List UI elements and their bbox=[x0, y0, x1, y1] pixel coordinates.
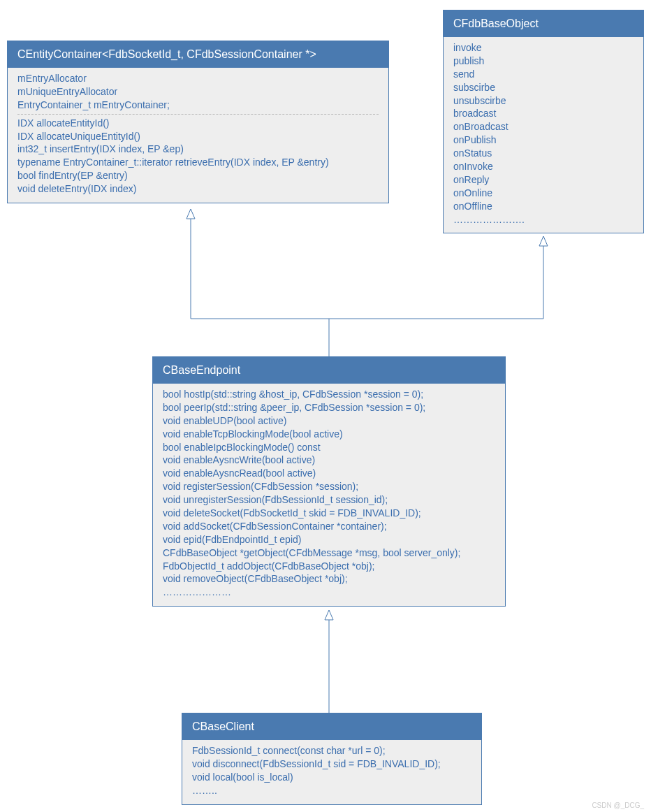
op-line: bool enableIpcBlockingMode() const bbox=[163, 441, 495, 454]
op-line: publish bbox=[453, 55, 634, 68]
op-line: invoke bbox=[453, 41, 634, 55]
op-line: CFdbBaseObject *getObject(CFdbMessage *m… bbox=[163, 546, 495, 560]
op-line: void local(bool is_local) bbox=[192, 771, 471, 784]
op-line: void unregisterSession(FdbSessionId_t se… bbox=[163, 493, 495, 507]
watermark: CSDN @_DCG_ bbox=[592, 802, 644, 809]
op-line: broadcast bbox=[453, 107, 634, 120]
op-line: subscirbe bbox=[453, 81, 634, 94]
op-line: bool peerIp(std::string &peer_ip, CFdbSe… bbox=[163, 401, 495, 414]
class-centitycontainer: CEntityContainer<FdbSocketId_t, CFdbSess… bbox=[7, 41, 389, 203]
op-line: …….. bbox=[192, 784, 471, 797]
attr-line: mEntryAllocator bbox=[17, 72, 379, 85]
op-line: FdbSessionId_t connect(const char *url =… bbox=[192, 744, 471, 757]
class-title: CFdbBaseObject bbox=[444, 10, 643, 37]
op-line: int32_t insertEntry(IDX index, EP &ep) bbox=[17, 143, 379, 156]
class-cbaseclient: CBaseClient FdbSessionId_t connect(const… bbox=[182, 713, 482, 805]
op-line: typename EntryContainer_t::iterator retr… bbox=[17, 156, 379, 169]
class-title: CEntityContainer<FdbSocketId_t, CFdbSess… bbox=[8, 41, 388, 68]
op-line: void enableTcpBlockingMode(bool active) bbox=[163, 428, 495, 441]
class-cfdbbaseobject: CFdbBaseObject invoke publish send subsc… bbox=[443, 10, 644, 233]
op-line: onOffline bbox=[453, 200, 634, 213]
attributes-section: mEntryAllocator mUniqueEntryAllocator En… bbox=[8, 68, 388, 203]
operations-section: bool hostIp(std::string &host_ip, CFdbSe… bbox=[153, 384, 505, 606]
op-line: onInvoke bbox=[453, 160, 634, 173]
svg-marker-6 bbox=[325, 610, 333, 620]
op-line: void registerSession(CFdbSession *sessio… bbox=[163, 480, 495, 493]
svg-marker-2 bbox=[539, 236, 548, 246]
class-title: CBaseClient bbox=[182, 713, 481, 740]
operations-section: FdbSessionId_t connect(const char *url =… bbox=[182, 740, 481, 804]
op-line: unsubscirbe bbox=[453, 94, 634, 108]
op-line: onStatus bbox=[453, 147, 634, 160]
op-line: bool hostIp(std::string &host_ip, CFdbSe… bbox=[163, 388, 495, 401]
op-line: void enableUDP(bool active) bbox=[163, 414, 495, 428]
attr-line: mUniqueEntryAllocator bbox=[17, 85, 379, 99]
op-line: void enableAysncRead(bool active) bbox=[163, 467, 495, 480]
class-cbaseendpoint: CBaseEndpoint bool hostIp(std::string &h… bbox=[152, 356, 506, 607]
op-line: void epid(FdbEndpointId_t epid) bbox=[163, 533, 495, 546]
attr-line: EntryContainer_t mEntryContainer; bbox=[17, 99, 379, 115]
op-line: void deleteEntry(IDX index) bbox=[17, 182, 379, 196]
op-line: FdbObjectId_t addObject(CFdbBaseObject *… bbox=[163, 560, 495, 573]
operations-section: invoke publish send subscirbe unsubscirb… bbox=[444, 37, 643, 233]
op-line: bool findEntry(EP &entry) bbox=[17, 169, 379, 182]
op-line: void deleteSocket(FdbSocketId_t skid = F… bbox=[163, 507, 495, 520]
op-line: onReply bbox=[453, 173, 634, 187]
op-line: send bbox=[453, 68, 634, 81]
op-line: void disconnect(FdbSessionId_t sid = FDB… bbox=[192, 757, 471, 771]
op-line: void removeObject(CFdbBaseObject *obj); bbox=[163, 572, 495, 586]
op-line: onOnline bbox=[453, 187, 634, 200]
op-line: …………………. bbox=[453, 213, 634, 226]
op-line: ………………… bbox=[163, 586, 495, 599]
op-line: IDX allocateUniqueEntityId() bbox=[17, 130, 379, 143]
op-line: onBroadcast bbox=[453, 120, 634, 133]
op-line: onPublish bbox=[453, 133, 634, 147]
svg-marker-0 bbox=[186, 209, 195, 219]
op-line: IDX allocateEntityId() bbox=[17, 117, 379, 130]
op-line: void addSocket(CFdbSessionContainer *con… bbox=[163, 520, 495, 533]
class-title: CBaseEndpoint bbox=[153, 357, 505, 384]
op-line: void enableAysncWrite(bool active) bbox=[163, 454, 495, 467]
